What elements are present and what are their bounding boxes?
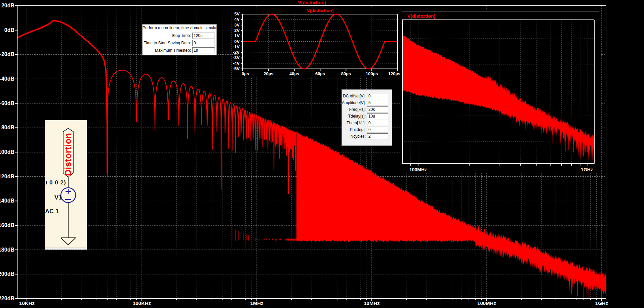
ground-icon[interactable] <box>61 238 76 245</box>
main-x-tick-label: 100MHz <box>477 300 496 306</box>
time-y-tick-label: -5V <box>233 66 240 71</box>
main-y-tick-label: -140dB <box>0 198 14 204</box>
ltspice-window: 5V4V3V2V1V0V-1V-2V-3V-4V-5V0µs20µs40µs60… <box>0 0 644 308</box>
ac-spec-label: AC 1 <box>45 208 59 215</box>
transient-sim-dialog: Perform a non-linear, time-domain simula… <box>142 24 217 55</box>
schematic-pane-edge <box>45 248 87 250</box>
theta-input[interactable] <box>367 120 388 126</box>
main-y-tick-label: -60dB <box>0 100 14 106</box>
main-y-tick-label: 20dB <box>1 3 14 8</box>
time-inset-title: V(distortion) <box>243 8 398 13</box>
net-flag-label: Distortion <box>63 133 73 176</box>
time-y-tick-label: 5V <box>234 11 240 16</box>
max-timestep-input[interactable] <box>192 47 215 53</box>
main-y-tick-label: 0dB <box>4 27 14 33</box>
plot-canvas[interactable]: 5V4V3V2V1V0V-1V-2V-3V-4V-5V0µs20µs40µs60… <box>0 0 644 308</box>
zoom-x-tick-label: 100MHz <box>409 167 427 172</box>
time-y-tick-label: -2V <box>233 50 240 55</box>
main-y-tick-label: -120dB <box>0 174 14 179</box>
time-x-tick-label: 60µs <box>315 71 325 76</box>
main-x-tick-label: 10KHz <box>19 300 35 306</box>
refdes-label: V1 <box>54 194 62 201</box>
sim-dialog-title: Perform a non-linear, time-domain simula… <box>143 25 216 30</box>
freq-input[interactable] <box>367 106 388 113</box>
amplitude-label: Amplitude[V]: <box>342 100 366 106</box>
phi-input[interactable] <box>367 127 388 133</box>
schematic-pane[interactable]: Distortion u 0 0 2) V1 AC 1 <box>45 120 87 250</box>
dc-offset-label: DC offset[V]: <box>342 93 366 99</box>
main-y-tick-label: -180dB <box>0 247 14 253</box>
stop-time-label: Stop Time: <box>143 33 191 39</box>
amplitude-input[interactable] <box>367 100 388 106</box>
time-x-tick-label: 0µs <box>242 71 249 76</box>
time-inset-pane: 5V4V3V2V1V0V-1V-2V-3V-4V-5V0µs20µs40µs60… <box>233 8 401 77</box>
time-x-tick-label: 80µs <box>341 71 351 76</box>
time-y-tick-label: -3V <box>233 55 240 60</box>
theta-label: Theta[1/s]: <box>342 120 366 126</box>
spice-clipped-text: u 0 0 2) <box>45 179 66 186</box>
time-y-tick-label: 1V <box>234 33 240 38</box>
ncycles-label: Ncycles: <box>342 133 366 139</box>
time-x-tick-label: 40µs <box>289 71 299 76</box>
time-y-tick-label: -4V <box>233 61 240 66</box>
zoom-inset-title: V(distortion) <box>407 13 475 19</box>
main-plot-title: V(distortion) <box>18 0 606 5</box>
main-y-tick-label: -100dB <box>0 149 14 155</box>
zoom-inset-pane: 100MHz1GHz <box>401 10 601 173</box>
time-x-tick-label: 120µs <box>388 71 400 76</box>
max-timestep-label: Maximum Timestep: <box>143 47 191 53</box>
main-y-tick-label: -200dB <box>0 271 14 277</box>
stop-time-input[interactable] <box>192 33 215 39</box>
main-y-tick-label: -80dB <box>0 125 14 130</box>
main-y-tick-label: -160dB <box>0 222 14 228</box>
dc-offset-input[interactable] <box>367 93 388 99</box>
tdelay-label: Tdelay[s]: <box>342 113 366 119</box>
fft-arch-trace <box>107 70 296 194</box>
start-saving-label: Time to Start Saving Data: <box>143 40 191 46</box>
tdelay-input[interactable] <box>367 113 388 119</box>
time-y-tick-label: 4V <box>234 17 240 22</box>
time-x-tick-label: 100µs <box>366 71 378 76</box>
schematic-drawing: Distortion u 0 0 2) V1 AC 1 <box>45 120 87 248</box>
time-y-tick-label: 0V <box>234 39 240 44</box>
main-y-tick-label: -20dB <box>0 51 14 57</box>
main-y-tick-label: -220dB <box>0 296 14 301</box>
main-x-tick-label: 1GHz <box>595 300 608 306</box>
main-y-tick-label: -40dB <box>0 76 14 82</box>
main-x-tick-label: 10MHz <box>364 300 380 306</box>
time-x-tick-label: 20µs <box>264 71 273 76</box>
ncycles-input[interactable] <box>367 133 388 139</box>
main-x-tick-label: 100KHz <box>133 300 151 306</box>
time-y-tick-label: -1V <box>233 44 240 49</box>
time-y-tick-label: 2V <box>234 28 240 33</box>
freq-label: Freq[Hz]: <box>342 106 366 113</box>
start-saving-input[interactable] <box>192 40 215 46</box>
phi-label: Phi[deg]: <box>342 127 366 133</box>
zoom-x-tick-label: 1GHz <box>581 167 593 172</box>
time-y-tick-label: 3V <box>234 23 240 28</box>
sine-params-dialog: DC offset[V]: Amplitude[V]: Freq[Hz]: Td… <box>341 89 392 146</box>
main-x-tick-label: 1MHz <box>250 300 263 306</box>
